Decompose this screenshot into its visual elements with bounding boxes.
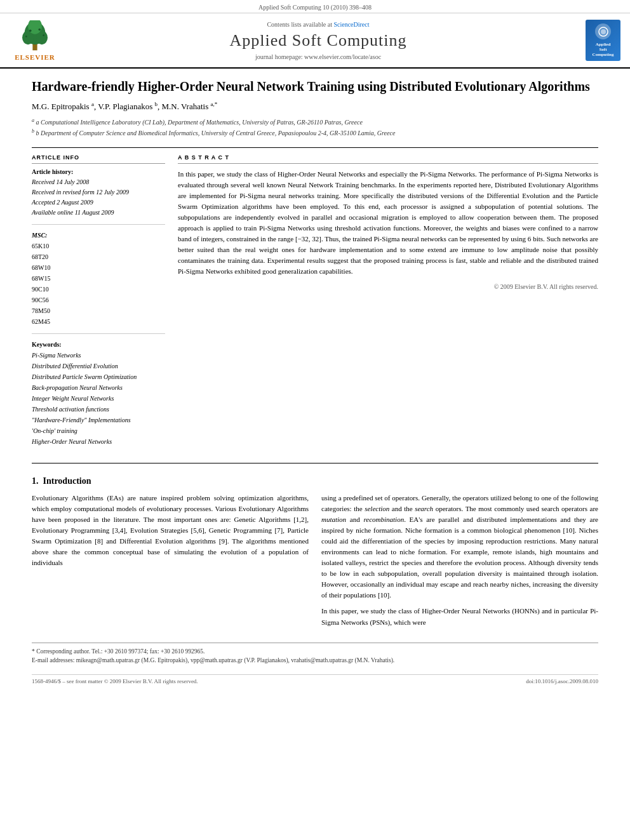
- right-col: A B S T R A C T In this paper, we study …: [178, 154, 598, 453]
- keywords-list: Keywords: Pi-Sigma Networks Distributed …: [32, 339, 165, 447]
- msc-section: MSC: 65K10 68T20 68W10 68W15 90C10 90C56…: [32, 230, 165, 327]
- journal-header: ELSEVIER Contents lists available at Sci…: [0, 13, 630, 69]
- authors: M.G. Epitropakis a, V.P. Plagianakos b, …: [32, 101, 598, 112]
- elsevier-text: ELSEVIER: [15, 53, 55, 61]
- intro-left-col: Evolutionary Algorithms (EAs) are nature…: [32, 493, 309, 633]
- asc-logo-right: Applied Soft Computing: [576, 20, 620, 61]
- keywords-section: Keywords: Pi-Sigma Networks Distributed …: [32, 339, 165, 447]
- footnote-email: E-mail addresses: mikeagn@math.upatras.g…: [32, 656, 598, 665]
- msc-code-3: 68W10: [32, 264, 50, 271]
- page: Applied Soft Computing 10 (2010) 398–408: [0, 0, 630, 840]
- available-date: Available online 11 August 2009: [32, 209, 114, 216]
- sciencedirect-anchor[interactable]: ScienceDirect: [333, 21, 369, 28]
- msc-label: MSC:: [32, 232, 47, 239]
- intro-para-1: Evolutionary Algorithms (EAs) are nature…: [32, 493, 309, 568]
- asc-line3: Computing: [593, 52, 614, 57]
- kw-7: "Hardware-Friendly" Implementations: [32, 417, 131, 423]
- intro-right-col: using a predefined set of operators. Gen…: [321, 493, 598, 633]
- journal-homepage: journal homepage: www.elsevier.com/locat…: [60, 53, 576, 60]
- article-history: Article history: Received 14 July 2008 R…: [32, 167, 165, 218]
- msc-codes: MSC: 65K10 68T20 68W10 68W15 90C10 90C56…: [32, 230, 165, 327]
- article-info-abstract: ARTICLE INFO Article history: Received 1…: [32, 154, 598, 453]
- kw-2: Distributed Differential Evolution: [32, 363, 118, 370]
- kw-6: Threshold activation functions: [32, 406, 109, 413]
- elsevier-tree-icon: [16, 20, 54, 52]
- asc-circle-icon: [595, 23, 611, 39]
- doi-text: doi:10.1016/j.asoc.2009.08.010: [526, 678, 598, 684]
- copyright: © 2009 Elsevier B.V. All rights reserved…: [178, 283, 598, 290]
- kw-3: Distributed Particle Swarm Optimization: [32, 373, 137, 380]
- paper-title: Hardware-friendly Higher-Order Neural Ne…: [32, 78, 598, 95]
- article-history-section: ARTICLE INFO Article history: Received 1…: [32, 154, 165, 218]
- svg-point-5: [29, 29, 32, 32]
- divider-1: [32, 147, 598, 148]
- intro-body: Evolutionary Algorithms (EAs) are nature…: [32, 493, 598, 633]
- citation-text: Applied Soft Computing 10 (2010) 398–408: [258, 4, 372, 11]
- accepted-date: Accepted 2 August 2009: [32, 199, 93, 206]
- affiliations: a a Computational Intelligence Laborator…: [32, 117, 598, 138]
- revised-date: Received in revised form 12 July 2009: [32, 189, 129, 196]
- citation-bar: Applied Soft Computing 10 (2010) 398–408: [0, 0, 630, 13]
- svg-point-8: [43, 34, 44, 36]
- abstract-text: In this paper, we study the class of Hig…: [178, 169, 598, 277]
- introduction-section: 1. Introduction Evolutionary Algorithms …: [32, 476, 598, 633]
- left-col: ARTICLE INFO Article history: Received 1…: [32, 154, 165, 453]
- paper-content: Hardware-friendly Higher-Order Neural Ne…: [0, 69, 630, 697]
- divider-2: [32, 463, 598, 463]
- msc-code-5: 90C10: [32, 286, 49, 293]
- journal-center: Contents lists available at ScienceDirec…: [60, 21, 576, 60]
- svg-point-10: [601, 29, 606, 34]
- kw-8: 'On-chip' training: [32, 427, 77, 434]
- journal-title: Applied Soft Computing: [60, 31, 576, 50]
- abstract-section: A B S T R A C T In this paper, we study …: [178, 154, 598, 290]
- footnote-star: * Corresponding author. Tel.: +30 2610 9…: [32, 647, 598, 656]
- intro-title: 1. Introduction: [32, 476, 598, 486]
- issn-text: 1568-4946/$ – see front matter © 2009 El…: [32, 678, 198, 684]
- msc-code-6: 90C56: [32, 297, 49, 303]
- svg-point-6: [38, 28, 41, 30]
- elsevier-logo: ELSEVIER: [10, 20, 60, 61]
- kw-9: Higher-Order Neural Networks: [32, 438, 112, 445]
- kw-4: Back-propagation Neural Networks: [32, 384, 123, 391]
- svg-point-7: [25, 36, 27, 37]
- received-date: Received 14 July 2008: [32, 178, 89, 185]
- sciencedirect-link: Contents lists available at ScienceDirec…: [60, 21, 576, 28]
- intro-para-3: In this paper, we study the class of Hig…: [321, 606, 598, 627]
- history-label: Article history:: [32, 168, 73, 175]
- msc-code-2: 68T20: [32, 253, 48, 260]
- kw-1: Pi-Sigma Networks: [32, 352, 81, 359]
- abstract-label: A B S T R A C T: [178, 154, 598, 161]
- footnotes: * Corresponding author. Tel.: +30 2610 9…: [32, 643, 598, 665]
- asc-line1: Applied: [596, 42, 611, 47]
- keywords-label: Keywords:: [32, 341, 62, 348]
- asc-badge: Applied Soft Computing: [586, 20, 620, 61]
- kw-5: Integer Weight Neural Networks: [32, 395, 114, 402]
- msc-code-4: 68W15: [32, 275, 50, 282]
- article-info-label: ARTICLE INFO: [32, 154, 165, 161]
- msc-code-7: 78M50: [32, 307, 50, 314]
- bottom-bar: 1568-4946/$ – see front matter © 2009 El…: [32, 674, 598, 684]
- msc-code-1: 65K10: [32, 243, 49, 250]
- asc-line2: Soft: [599, 47, 607, 52]
- msc-code-8: 62M45: [32, 318, 50, 325]
- intro-para-2: using a predefined set of operators. Gen…: [321, 493, 598, 601]
